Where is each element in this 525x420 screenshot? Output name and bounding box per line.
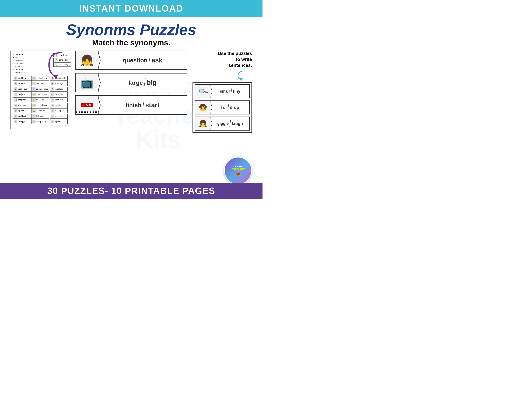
purple-arrow bbox=[46, 51, 66, 80]
card-snooze-sleep: 😴 snoozesleep bbox=[31, 103, 49, 108]
snooze-icon: 😴 bbox=[32, 104, 36, 107]
build-icon: 🏗️ bbox=[32, 120, 36, 123]
cool-icon: ❄️ bbox=[14, 93, 17, 96]
small-icon: 🔍 bbox=[14, 76, 17, 80]
start-sign: START bbox=[81, 103, 93, 107]
copyright: © Teacher Helper Kits 2017 bbox=[13, 125, 67, 127]
card-cheerful-happy: 😊 cheerfulhappy bbox=[31, 92, 49, 97]
puzzle-strip-finish-start: START finish start bbox=[75, 95, 187, 115]
giggle-kid-icon: 👧 bbox=[199, 120, 207, 127]
rps-divider-2 bbox=[228, 104, 229, 111]
puzzle-image-start: START bbox=[76, 96, 99, 114]
end-icon: 🔚 bbox=[14, 98, 17, 102]
puzzle-words-finish-start: finish start bbox=[99, 101, 187, 109]
friend-icon: 👫 bbox=[32, 98, 36, 102]
rps-image-fall: 🧒 bbox=[195, 101, 211, 114]
smile-icon: 😁 bbox=[14, 120, 17, 123]
thk-helper-kits: Helper Kits bbox=[231, 168, 245, 171]
card-story-tale: 📖 storytale bbox=[50, 114, 67, 119]
card-friend-pal: 👫 friendpal bbox=[31, 97, 49, 102]
cut-icon: ✂️ bbox=[51, 104, 54, 107]
puzzle-word-ask: ask bbox=[151, 56, 162, 64]
puzzle-image-student: 👧 bbox=[76, 51, 99, 69]
fast-icon: 🚗 bbox=[14, 104, 17, 107]
use-text: Use the puzzlesto writesentences. bbox=[193, 51, 252, 68]
card-smile-grin: 😁 smilegrin bbox=[13, 119, 31, 124]
main-title: Synonms Puzzles bbox=[10, 22, 252, 37]
elderly-icon: 👴 bbox=[51, 109, 54, 112]
puzzle-divider-2 bbox=[144, 78, 146, 87]
ship-boat-icon: ⛵ bbox=[14, 114, 17, 118]
puzzle-words-question-ask: question ask bbox=[99, 56, 187, 65]
chevron-inner bbox=[98, 52, 100, 69]
chevron-inner-3 bbox=[98, 97, 100, 113]
card-cut-clip: ✂️ cutclip bbox=[50, 103, 67, 108]
card-giggle-laugh: 😄 gigglelaugh bbox=[13, 87, 31, 92]
rps-fall-drop: 🧒 fall drop bbox=[195, 101, 250, 114]
puzzle-strip-large-big: 📺 large big bbox=[75, 73, 187, 92]
card-finish-start: 🏁 finishstart bbox=[50, 87, 67, 92]
rps-words-small-tiny: small tiny bbox=[211, 88, 249, 94]
puzzle-strip-question-ask: 👧 question ask bbox=[75, 51, 187, 70]
contents-block: Contents 30 Synonym Puzzles-10 pages Ter… bbox=[13, 53, 25, 74]
puzzle-word-question: question bbox=[123, 57, 148, 64]
puzzle-grid: 🔍 smalltiny 😢 sadunhappy ❓ questionask bbox=[13, 76, 67, 124]
magnifier-icon: 🔍 bbox=[197, 86, 208, 97]
card-fall-drop: 🍂 falldrop bbox=[13, 81, 31, 86]
rps-small-tiny: 🔍 small tiny bbox=[195, 84, 250, 98]
card-hurry-rush: 🏃 hurryrush bbox=[50, 97, 67, 102]
card-ill-sick: 🤒 illsick bbox=[50, 119, 67, 124]
giggle-icon: 😄 bbox=[14, 87, 17, 91]
rps-image-giggle: 👧 bbox=[195, 117, 211, 130]
right-side: Use the puzzlesto writesentences. 🔍 bbox=[193, 51, 252, 133]
blue-arrow-container bbox=[193, 70, 252, 81]
svg-marker-0 bbox=[54, 75, 58, 79]
puzzle-words-large-big: large big bbox=[99, 78, 187, 87]
large-icon: 📺 bbox=[51, 82, 54, 85]
card-large-big: 📺 largebig bbox=[50, 81, 67, 86]
garbage-icon: 🗑️ bbox=[32, 87, 36, 91]
card-build-create: 🏗️ buildcreate bbox=[31, 119, 49, 124]
rps-divider-1 bbox=[231, 88, 232, 94]
top-banner-text: INSTANT DOWNLOAD bbox=[0, 3, 262, 14]
rps-words-giggle-laugh: giggle laugh bbox=[211, 120, 249, 127]
card-neat-tidy: ✨ neattidy bbox=[31, 81, 49, 86]
thk-bag-icon: 👜 bbox=[235, 171, 241, 176]
finish-icon: 🏁 bbox=[51, 87, 54, 91]
rps-divider-3 bbox=[230, 120, 231, 127]
student-icon: 👧 bbox=[81, 54, 94, 66]
main-area: SUPERTeacherKits Synonms Puzzles Match t… bbox=[0, 17, 262, 199]
ill-icon: 🤒 bbox=[51, 120, 54, 123]
thk-teacher: TEACHER bbox=[234, 166, 243, 168]
sad-icon: 😢 bbox=[32, 76, 36, 80]
bottom-banner-text: 30 PUZZLES- 10 PRINTABLE PAGES bbox=[0, 186, 262, 196]
chevron-inner-2 bbox=[98, 74, 100, 91]
small-tiny-text: smalltiny bbox=[18, 77, 26, 79]
fix-icon: 🔧 bbox=[32, 114, 36, 118]
contents-title: Contents bbox=[13, 53, 25, 56]
card-cry-sob: 😭 crysob bbox=[13, 108, 31, 113]
rps-words-fall-drop: fall drop bbox=[211, 104, 249, 111]
puzzle-word-finish: finish bbox=[125, 102, 141, 109]
rps-word-tiny: tiny bbox=[233, 89, 240, 94]
card-elderly-tired: 👴 elderlytired bbox=[50, 108, 67, 113]
card-fast-quick: 🚗 fastquick bbox=[13, 103, 31, 108]
puzzle-word-big: big bbox=[147, 79, 157, 86]
rps-chevron-white-3 bbox=[210, 118, 212, 130]
top-banner: INSTANT DOWNLOAD bbox=[0, 0, 262, 17]
cheerful-icon: 😊 bbox=[32, 93, 36, 96]
speak-icon: 💬 bbox=[51, 93, 54, 96]
middle-puzzles: 👧 question ask 📺 large bbox=[75, 51, 187, 115]
card-fix-repair: 🔧 fixrepair bbox=[31, 114, 49, 119]
card-ship-boat: ⛵ shipboat bbox=[13, 114, 31, 119]
card-end-finish: 🔚 endfinish bbox=[13, 97, 31, 102]
cry-icon: 😭 bbox=[14, 109, 17, 112]
vehicle-icon: 🚗 bbox=[32, 109, 36, 112]
right-puzzles-panel: 🔍 small tiny 🧒 bbox=[193, 82, 252, 133]
subtitle: Match the synonyms. bbox=[10, 38, 252, 47]
fall-icon: 🍂 bbox=[14, 82, 17, 85]
card-speak-talk: 💬 speaktalk bbox=[50, 92, 67, 97]
fall-kid-icon: 🧒 bbox=[199, 104, 207, 111]
puzzle-image-tv: 📺 bbox=[76, 74, 99, 92]
rps-chevron-white-1 bbox=[210, 85, 212, 97]
